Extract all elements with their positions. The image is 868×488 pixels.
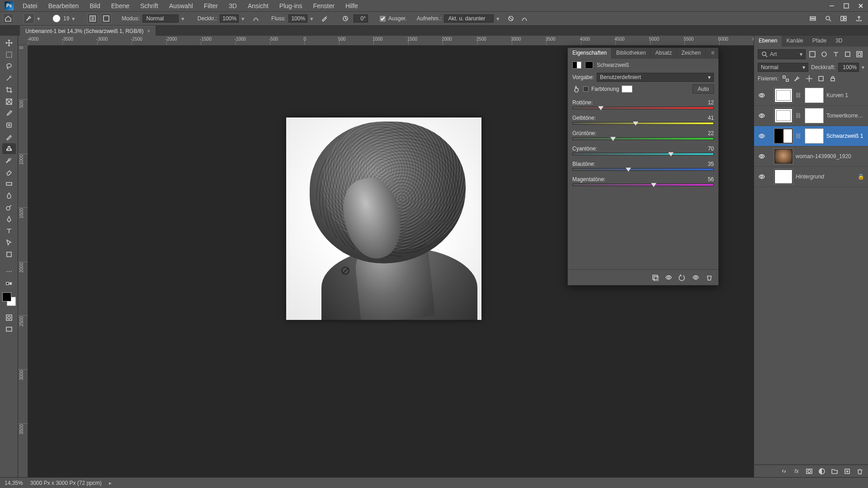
- layer-name[interactable]: Tonwertkorrektur 1: [826, 113, 864, 119]
- brush-panel-icon[interactable]: [101, 13, 112, 24]
- screenmode-icon[interactable]: [2, 324, 16, 335]
- lock-artboard-icon[interactable]: [816, 75, 826, 83]
- visibility-toggle[interactable]: [758, 152, 766, 160]
- layer-row[interactable]: ⛓ Schwarzweiß 1: [754, 126, 868, 146]
- menu-schrift[interactable]: Schrift: [136, 1, 163, 10]
- layer-thumb[interactable]: [774, 108, 793, 123]
- angle-icon[interactable]: [340, 13, 351, 24]
- layer-name[interactable]: Schwarzweiß 1: [826, 133, 864, 139]
- slider-value[interactable]: 35: [708, 161, 714, 167]
- eyedropper-tool[interactable]: [2, 108, 16, 119]
- slider-thumb[interactable]: [633, 122, 638, 126]
- visibility-toggle[interactable]: [758, 173, 766, 181]
- clip-to-layer-icon[interactable]: [651, 273, 660, 282]
- targeted-adjust-icon[interactable]: [572, 85, 580, 93]
- slider-track[interactable]: [572, 137, 714, 142]
- menu-filter[interactable]: Filter: [199, 1, 222, 10]
- info-menu-icon[interactable]: ▸: [109, 480, 112, 486]
- delete-layer-icon[interactable]: [855, 467, 864, 476]
- mask-link-icon[interactable]: ⛓: [796, 92, 802, 99]
- menu-bearbeiten[interactable]: Bearbeiten: [44, 1, 84, 10]
- layer-thumb[interactable]: [774, 169, 793, 184]
- slider-value[interactable]: 56: [708, 176, 714, 183]
- minimize-button[interactable]: [825, 0, 839, 11]
- cloud-docs-icon[interactable]: [807, 12, 819, 25]
- brush-settings-icon[interactable]: [87, 13, 98, 24]
- layer-name[interactable]: Hintergrund: [796, 174, 855, 180]
- fg-swatch[interactable]: [2, 292, 11, 301]
- layer-row[interactable]: ⛓ Kurven 1: [754, 85, 868, 106]
- menu-bild[interactable]: Bild: [85, 1, 104, 10]
- props-tab-absatz[interactable]: Absatz: [651, 48, 677, 59]
- quickmask-icon[interactable]: [2, 312, 16, 323]
- toggle-visibility-icon[interactable]: [691, 273, 700, 282]
- tint-checkbox[interactable]: [583, 86, 589, 92]
- layers-tab-pfade[interactable]: Pfade: [808, 36, 831, 47]
- props-tab-zeichen[interactable]: Zeichen: [677, 48, 706, 59]
- history-brush-tool[interactable]: [2, 155, 16, 166]
- slider-value[interactable]: 70: [708, 145, 714, 152]
- slider-value[interactable]: 41: [708, 115, 714, 121]
- heal-tool[interactable]: [2, 120, 16, 131]
- link-layers-icon[interactable]: [779, 467, 788, 476]
- lasso-tool[interactable]: [2, 61, 16, 72]
- move-tool[interactable]: [2, 38, 16, 48]
- layer-row[interactable]: Hintergrund 🔒: [754, 167, 868, 187]
- chevron-down-icon[interactable]: ▾: [72, 15, 78, 22]
- props-tab-eigenschaften[interactable]: Eigenschaften: [568, 48, 612, 59]
- slider-value[interactable]: 22: [708, 130, 714, 136]
- pen-tool[interactable]: [2, 214, 16, 225]
- angle-input[interactable]: 0°: [354, 14, 368, 23]
- slider-track[interactable]: [572, 183, 714, 188]
- color-swatches[interactable]: [2, 292, 16, 306]
- maximize-button[interactable]: [839, 0, 854, 11]
- layers-tab-3d[interactable]: 3D: [831, 36, 847, 47]
- filter-adjust-icon[interactable]: [819, 49, 829, 59]
- chevron-down-icon[interactable]: ▾: [241, 15, 248, 22]
- menu-fenster[interactable]: Fenster: [308, 1, 339, 10]
- zoom-level[interactable]: 14,35%: [5, 480, 23, 486]
- slider-track[interactable]: [572, 107, 714, 111]
- artboard[interactable]: [286, 117, 481, 320]
- workspace-icon[interactable]: [837, 12, 850, 25]
- filter-shape-icon[interactable]: [843, 49, 853, 59]
- wand-tool[interactable]: [2, 73, 16, 84]
- home-icon[interactable]: [3, 13, 14, 24]
- new-adjustment-icon[interactable]: [817, 467, 826, 476]
- layer-filter-select[interactable]: Art ▾: [758, 49, 806, 59]
- lock-transparent-icon[interactable]: [781, 75, 790, 83]
- chevron-down-icon[interactable]: ▾: [37, 15, 43, 22]
- layer-name[interactable]: Kurven 1: [826, 92, 864, 99]
- type-tool[interactable]: [2, 225, 16, 236]
- flow-input[interactable]: 100%: [288, 14, 307, 23]
- crop-tool[interactable]: [2, 84, 16, 95]
- layer-thumb[interactable]: [774, 128, 793, 144]
- filter-type-icon[interactable]: [831, 49, 841, 59]
- gradient-tool[interactable]: [2, 178, 16, 189]
- stamp-tool[interactable]: [2, 143, 16, 154]
- slider-track[interactable]: [572, 168, 714, 173]
- color-mode-icon[interactable]: [2, 278, 16, 289]
- menu-3d[interactable]: 3D: [224, 1, 241, 10]
- menu-ansicht[interactable]: Ansicht: [243, 1, 273, 10]
- filter-pixel-icon[interactable]: [807, 49, 817, 59]
- share-icon[interactable]: [853, 12, 865, 25]
- ignore-adjust-icon[interactable]: [505, 13, 516, 24]
- document-tab[interactable]: Unbenannt-1 bei 14,3% (Schwarzweiß 1, RG…: [20, 26, 156, 36]
- layer-fx-icon[interactable]: fx: [792, 467, 801, 476]
- layers-tab-ebenen[interactable]: Ebenen: [754, 36, 782, 47]
- chevron-down-icon[interactable]: ▾: [862, 64, 864, 70]
- view-previous-icon[interactable]: [664, 273, 673, 282]
- add-mask-icon[interactable]: [805, 467, 814, 476]
- layer-row[interactable]: woman-1439909_1920: [754, 146, 868, 167]
- mode-select[interactable]: Normal: [142, 14, 179, 23]
- panel-menu-icon[interactable]: ≡: [708, 48, 718, 59]
- layer-row[interactable]: ⛓ Tonwertkorrektur 1: [754, 106, 868, 126]
- pressure-size-icon[interactable]: [519, 13, 530, 24]
- menu-auswahl[interactable]: Auswahl: [165, 1, 198, 10]
- slider-thumb[interactable]: [651, 183, 656, 187]
- layer-mask-thumb[interactable]: [805, 128, 824, 144]
- slider-thumb[interactable]: [626, 168, 631, 172]
- close-button[interactable]: [854, 0, 868, 11]
- reset-icon[interactable]: [678, 273, 687, 282]
